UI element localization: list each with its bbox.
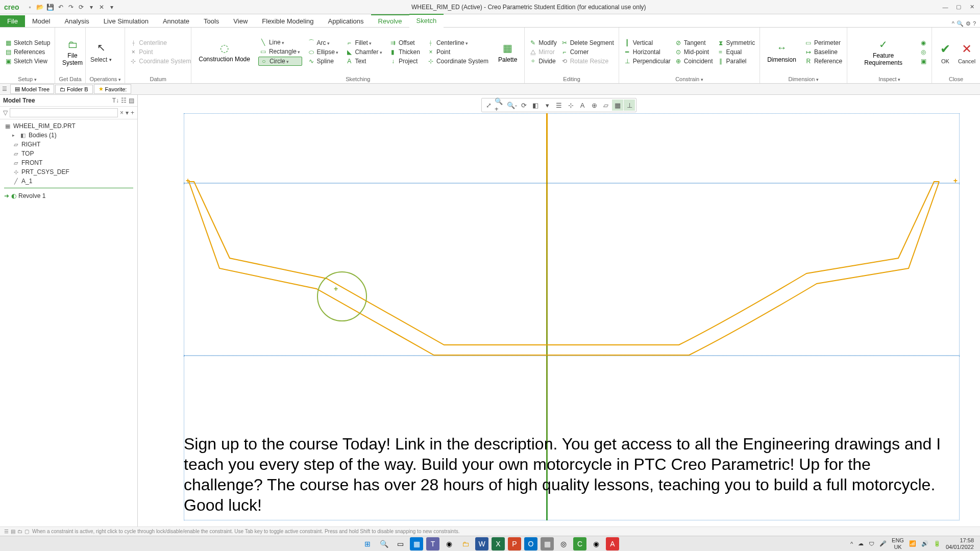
tab-file[interactable]: File bbox=[0, 15, 25, 27]
ribbon-options-icon[interactable]: ⚙ bbox=[966, 20, 971, 27]
references-button[interactable]: ▤References bbox=[3, 48, 52, 56]
dimension-group-label[interactable]: Dimension bbox=[763, 75, 844, 82]
tray-battery-icon[interactable]: 🔋 bbox=[934, 540, 941, 547]
reference-button[interactable]: RReference bbox=[803, 57, 844, 65]
sketch-coord-button[interactable]: ⊹Coordinate System bbox=[426, 57, 490, 65]
tree-csys[interactable]: ⊹PRT_CSYS_DEF bbox=[0, 167, 137, 177]
chrome-icon[interactable]: ◉ bbox=[443, 537, 456, 550]
spline-button[interactable]: ∿Spline bbox=[306, 57, 340, 65]
filter-dropdown-icon[interactable]: ▾ bbox=[126, 109, 129, 116]
tab-model[interactable]: Model bbox=[25, 15, 57, 27]
thicken-button[interactable]: ▮Thicken bbox=[388, 48, 422, 56]
mirror-button[interactable]: ⧋Mirror bbox=[528, 48, 558, 56]
sketch-centerline-button[interactable]: ⟊Centerline bbox=[426, 39, 490, 47]
qat-more-icon[interactable]: ▾ bbox=[107, 3, 116, 12]
operations-group-label[interactable]: Operations bbox=[89, 75, 121, 82]
obs-icon[interactable]: ◉ bbox=[590, 537, 603, 550]
tree-revolve-feature[interactable]: ➜ ◐ Revolve 1 bbox=[0, 190, 137, 202]
status-msg-icon[interactable]: ☰ bbox=[4, 529, 9, 534]
feature-requirements-button[interactable]: ✓ Feature Requirements bbox=[850, 35, 916, 68]
status-sel-icon[interactable]: ▢ bbox=[24, 529, 29, 534]
rotate-resize-button[interactable]: ⟲Rotate Resize bbox=[559, 57, 616, 65]
constrain-group-label[interactable]: Constrain bbox=[622, 75, 756, 82]
graphics-area[interactable]: ⤢ 🔍+ 🔍- ⟳ ◧ ▾ ☰ ⊹ A ⊕ ▱ ▦ ⊥ bbox=[138, 95, 980, 536]
vertical-constraint-button[interactable]: ┃Vertical bbox=[622, 39, 672, 47]
tray-mic-icon[interactable]: 🎤 bbox=[879, 540, 887, 547]
tree-top-plane[interactable]: ▱TOP bbox=[0, 149, 137, 158]
new-icon[interactable]: ▫ bbox=[26, 3, 35, 12]
open-icon[interactable]: 📂 bbox=[36, 3, 45, 12]
circle-button[interactable]: ○Circle bbox=[258, 57, 302, 66]
datum-point-button[interactable]: ×Point bbox=[128, 48, 192, 56]
overlap-geom-button[interactable]: ◉ bbox=[918, 39, 928, 47]
maximize-button[interactable]: ▢ bbox=[952, 2, 965, 12]
baseline-button[interactable]: ↦Baseline bbox=[803, 48, 844, 56]
tab-flexible-modeling[interactable]: Flexible Modeling bbox=[255, 15, 321, 27]
filter-icon[interactable]: ▽ bbox=[3, 109, 8, 116]
creo-taskbar-icon[interactable]: C bbox=[573, 537, 586, 550]
tab-applications[interactable]: Applications bbox=[321, 15, 371, 27]
ellipse-button[interactable]: ⬭Ellipse bbox=[306, 48, 340, 56]
windows-icon[interactable]: ▾ bbox=[87, 3, 96, 12]
app1-icon[interactable]: ▦ bbox=[541, 537, 554, 550]
undo-icon[interactable]: ↶ bbox=[56, 3, 65, 12]
datum-centerline-button[interactable]: ⟊Centerline bbox=[128, 39, 192, 47]
teams-icon[interactable]: T bbox=[426, 537, 439, 550]
tree-axis-a1[interactable]: ╱A_1 bbox=[0, 177, 137, 186]
datum-coord-button[interactable]: ⊹Coordinate System bbox=[128, 57, 192, 65]
excel-icon[interactable]: X bbox=[492, 537, 505, 550]
tree-front-plane[interactable]: ▱FRONT bbox=[0, 158, 137, 167]
parallel-constraint-button[interactable]: ∥Parallel bbox=[716, 57, 757, 65]
nav-favorites[interactable]: ★Favorite: bbox=[94, 84, 132, 94]
file-system-button[interactable]: 🗀 File System bbox=[58, 35, 87, 68]
delete-segment-button[interactable]: ✂Delete Segment bbox=[559, 39, 616, 47]
select-button[interactable]: Select ▾ bbox=[89, 56, 113, 64]
perimeter-button[interactable]: ▭Perimeter bbox=[803, 39, 844, 47]
modify-button[interactable]: ✎Modify bbox=[528, 39, 558, 47]
sketch-point-button[interactable]: ×Point bbox=[426, 48, 490, 56]
nav-model-tree[interactable]: ▤Model Tree bbox=[10, 84, 54, 94]
ribbon-collapse-icon[interactable]: ^ bbox=[952, 20, 954, 27]
construction-mode-button[interactable]: ◌ Construction Mode bbox=[194, 39, 254, 65]
midpoint-constraint-button[interactable]: ⊙Mid-point bbox=[673, 48, 715, 56]
tray-language[interactable]: ENGUK bbox=[892, 537, 904, 549]
symmetric-constraint-button[interactable]: ⧗Symmetric bbox=[716, 39, 757, 47]
widgets-icon[interactable]: ▦ bbox=[410, 537, 423, 550]
status-tree-icon[interactable]: ▤ bbox=[11, 529, 15, 534]
ok-button[interactable]: ✔ bbox=[935, 40, 955, 58]
coincident-constraint-button[interactable]: ⊕Coincident bbox=[673, 57, 715, 65]
text-button[interactable]: AText bbox=[344, 57, 384, 65]
redo-icon[interactable]: ↷ bbox=[66, 3, 76, 12]
tree-right-plane[interactable]: ▱RIGHT bbox=[0, 140, 137, 149]
tree-filter-icon[interactable]: ▤ bbox=[129, 97, 134, 104]
acrobat-icon[interactable]: A bbox=[606, 537, 619, 550]
fillet-button[interactable]: ⌐Fillet bbox=[344, 39, 384, 47]
highlight-open-button[interactable]: ◎ bbox=[918, 48, 928, 56]
tab-annotate[interactable]: Annotate bbox=[156, 15, 197, 27]
tree-settings-icon[interactable]: T↓ bbox=[112, 97, 119, 104]
add-filter-icon[interactable]: + bbox=[131, 109, 134, 116]
rectangle-button[interactable]: ▭Rectangle bbox=[258, 47, 302, 56]
offset-button[interactable]: ⇉Offset bbox=[388, 39, 422, 47]
tab-tools[interactable]: Tools bbox=[197, 15, 226, 27]
search-icon[interactable]: 🔍 bbox=[377, 537, 390, 550]
arc-button[interactable]: ⌒Arc bbox=[306, 39, 340, 47]
perpendicular-constraint-button[interactable]: ⊥Perpendicular bbox=[622, 57, 672, 65]
start-icon[interactable]: ⊞ bbox=[361, 537, 374, 550]
horizontal-constraint-button[interactable]: ━Horizontal bbox=[622, 48, 672, 56]
cursor-select-button[interactable]: ↖ bbox=[89, 40, 113, 55]
tab-revolve[interactable]: Revolve bbox=[371, 14, 409, 27]
tree-search-input[interactable] bbox=[10, 108, 118, 117]
status-browser-icon[interactable]: 🗀 bbox=[17, 529, 22, 534]
line-button[interactable]: ╲Line bbox=[258, 38, 302, 46]
tray-wifi-icon[interactable]: 📶 bbox=[909, 540, 916, 547]
corner-button[interactable]: ⌐Corner bbox=[559, 48, 616, 56]
browser-icon[interactable]: ◎ bbox=[557, 537, 570, 550]
tray-clock[interactable]: 17:5804/01/2022 bbox=[946, 537, 974, 549]
ribbon-search-icon[interactable]: 🔍 bbox=[957, 20, 964, 27]
project-button[interactable]: ↓Project bbox=[388, 57, 422, 65]
save-icon[interactable]: 💾 bbox=[46, 3, 55, 12]
regen-icon[interactable]: ⟳ bbox=[77, 3, 86, 12]
shade-closed-button[interactable]: ▣ bbox=[918, 57, 928, 65]
outlook-icon[interactable]: O bbox=[524, 537, 537, 550]
